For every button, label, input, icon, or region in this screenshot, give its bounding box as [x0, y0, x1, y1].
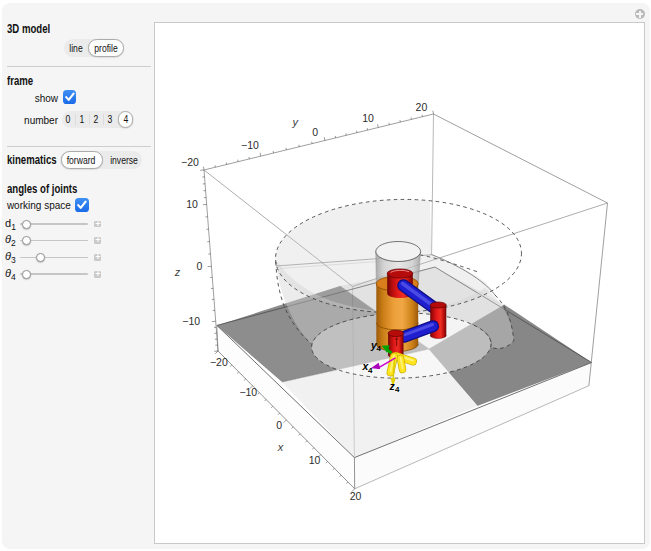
svg-text:z: z	[174, 266, 181, 278]
svg-text:−20: −20	[181, 156, 199, 168]
svg-text:−10: −10	[241, 139, 259, 151]
svg-text:y: y	[291, 116, 299, 128]
svg-text:−10: −10	[182, 315, 200, 327]
svg-text:10: 10	[309, 454, 321, 466]
svg-text:x: x	[277, 441, 284, 453]
svg-text:20: 20	[350, 490, 362, 502]
svg-text:−10: −10	[239, 386, 257, 398]
svg-text:10: 10	[186, 198, 198, 210]
svg-text:0: 0	[276, 419, 282, 431]
svg-text:20: 20	[416, 101, 428, 113]
svg-text:10: 10	[362, 112, 374, 124]
svg-text:4: 4	[377, 344, 382, 353]
svg-text:−20: −20	[210, 356, 228, 368]
svg-text:0: 0	[197, 260, 203, 272]
svg-text:0: 0	[312, 126, 318, 138]
svg-text:4: 4	[368, 366, 373, 375]
svg-text:4: 4	[395, 385, 400, 394]
